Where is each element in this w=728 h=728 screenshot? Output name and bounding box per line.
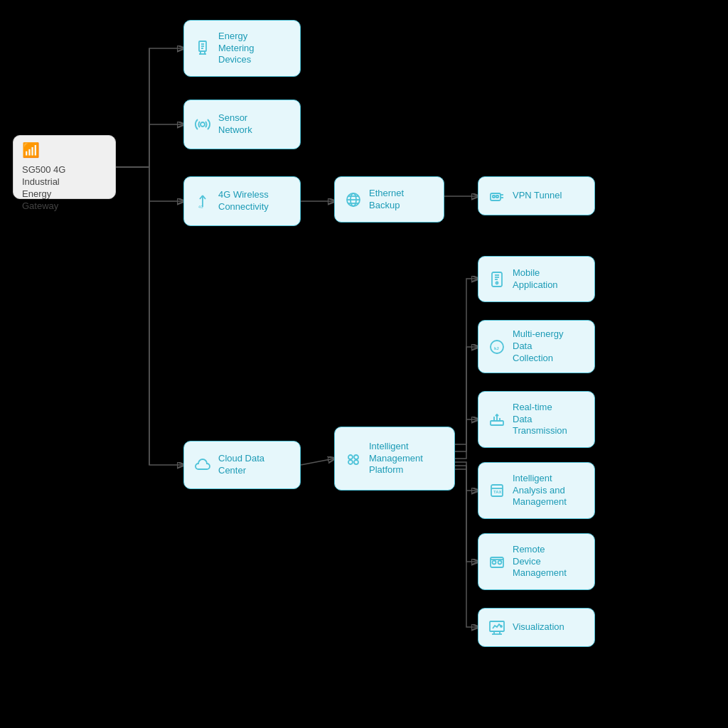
svg-text:4G: 4G <box>198 205 203 209</box>
remote-icon <box>487 552 507 572</box>
multi-energy-label: Multi-energy Data Collection <box>513 328 564 365</box>
svg-rect-18 <box>493 196 495 198</box>
visualization-icon <box>487 618 507 638</box>
vpn-icon <box>487 186 507 206</box>
sensor-network-node: Sensor Network <box>183 100 301 149</box>
wireless-icon: 4G <box>193 191 213 211</box>
sensor-icon <box>193 114 213 134</box>
vpn-tunnel-node: VPN Tunnel <box>478 176 595 215</box>
realtime-icon <box>487 410 507 429</box>
connectors <box>0 0 728 728</box>
svg-text:kJ: kJ <box>494 346 499 350</box>
remote-device-node: Remote Device Management <box>478 533 595 590</box>
svg-point-23 <box>354 460 358 464</box>
gateway-label: SG500 4G Industrial Energy Gateway <box>22 164 65 213</box>
ethernet-icon <box>343 190 363 210</box>
cloud-data-node: Cloud Data Center <box>183 441 301 489</box>
visualization-node: Visualization <box>478 608 595 647</box>
diagram: 📶 SG500 4G Industrial Energy Gateway Ene… <box>0 0 728 728</box>
energy-icon <box>193 38 213 58</box>
cloud-data-label: Cloud Data Center <box>218 453 264 477</box>
svg-point-22 <box>348 460 353 464</box>
visualization-label: Visualization <box>513 621 564 633</box>
mgmt-icon <box>343 449 363 469</box>
energy-metering-node: Energy Metering Devices <box>183 20 301 77</box>
svg-rect-19 <box>496 196 498 198</box>
svg-rect-15 <box>491 193 500 200</box>
energy-metering-label: Energy Metering Devices <box>218 31 255 67</box>
svg-point-6 <box>200 122 205 127</box>
wireless-node: 4G 4G Wireless Connectivity <box>183 176 301 226</box>
multi-energy-node: kJ Multi-energy Data Collection <box>478 320 595 373</box>
wireless-label: 4G Wireless Connectivity <box>218 189 269 213</box>
svg-rect-31 <box>491 421 503 425</box>
intelligent-analysis-label: Intelligent Analysis and Management <box>513 473 567 509</box>
remote-device-label: Remote Device Management <box>513 544 567 580</box>
realtime-data-node: Real-time Data Transmission <box>478 391 595 448</box>
svg-text:TAX: TAX <box>493 490 502 494</box>
svg-point-43 <box>500 626 502 627</box>
vpn-tunnel-label: VPN Tunnel <box>513 190 562 202</box>
energy-collection-icon: kJ <box>487 337 507 357</box>
mobile-app-label: Mobile Application <box>513 267 558 291</box>
intelligent-mgmt-node: Intelligent Management Platform <box>334 427 455 491</box>
realtime-data-label: Real-time Data Transmission <box>513 402 567 438</box>
svg-point-20 <box>348 455 353 459</box>
intelligent-analysis-node: TAX Intelligent Analysis and Management <box>478 462 595 519</box>
svg-point-37 <box>498 561 502 564</box>
ethernet-backup-label: Ethernet Backup <box>369 188 404 212</box>
gateway-node: 📶 SG500 4G Industrial Energy Gateway <box>13 135 116 199</box>
svg-point-21 <box>354 455 358 459</box>
svg-point-28 <box>496 282 498 284</box>
ethernet-backup-node: Ethernet Backup <box>334 176 444 223</box>
sensor-network-label: Sensor Network <box>218 112 252 136</box>
analysis-icon: TAX <box>487 481 507 500</box>
mobile-app-node: Mobile Application <box>478 256 595 302</box>
gateway-icon: 📶 <box>22 141 40 159</box>
cloud-icon <box>193 455 213 475</box>
mobile-icon <box>487 269 507 289</box>
intelligent-mgmt-label: Intelligent Management Platform <box>369 441 423 477</box>
svg-point-36 <box>493 561 496 564</box>
